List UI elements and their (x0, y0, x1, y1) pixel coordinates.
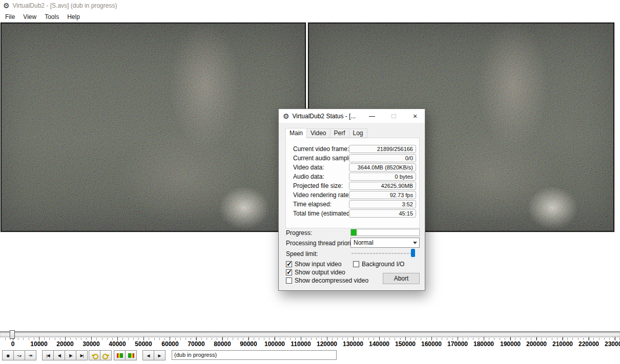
menubar: File View Tools Help (0, 11, 620, 23)
go-end-button[interactable]: ▶| (76, 350, 88, 360)
stat-label: Projected file size: (293, 182, 343, 190)
frame-label: 20000 (56, 340, 73, 348)
stop-button[interactable]: ■ (2, 350, 14, 360)
stat-value: 0/0 (349, 154, 416, 162)
menu-help[interactable]: Help (63, 12, 84, 22)
priority-value: Normal (351, 239, 411, 246)
step-back-button[interactable]: ◀| (53, 350, 65, 360)
status-dialog: ⚙ VirtualDub2 Status - [... — × Main Vid… (278, 109, 425, 291)
background-io-option[interactable]: Background I/O (353, 261, 404, 268)
menu-file[interactable]: File (1, 12, 19, 22)
frame-label: 30000 (82, 340, 99, 348)
tab-log[interactable]: Log (349, 129, 367, 138)
mark-group: ◄ ► (142, 350, 165, 360)
tab-perf[interactable]: Perf (330, 129, 349, 138)
priority-dropdown[interactable]: Normal (350, 238, 420, 248)
frame-label: 120000 (317, 340, 337, 348)
show-decompressed-video-checkbox[interactable] (286, 277, 292, 284)
dialog-title: VirtualDub2 Status - [... (293, 113, 356, 120)
stop-icon: ■ (6, 353, 9, 358)
frame-label: 100000 (264, 340, 285, 348)
stat-value: 3:52 (349, 200, 416, 208)
stat-row-audio-data: Audio data: 0 bytes (286, 173, 419, 181)
frame-label: 230000 (605, 340, 620, 348)
option-label: Background I/O (362, 261, 404, 268)
progress-label: Progress: (286, 229, 312, 237)
play-output-icon: ↠ (28, 353, 32, 358)
step-forward-button[interactable]: |▶ (65, 350, 76, 360)
speed-limit-slider-handle[interactable] (411, 249, 415, 257)
stat-row-video-data: Video data: 3644.0MB (8520KB/s) (286, 163, 419, 172)
stat-value: 42625.90MB (349, 182, 416, 190)
stat-label: Total time (estimated): (293, 209, 354, 218)
mark-in-button[interactable]: ◄ (142, 350, 154, 360)
step-group: |◀ ◀| |▶ ▶| (42, 350, 87, 360)
option-label: Show decompressed video (295, 277, 368, 284)
frame-label: 210000 (552, 340, 573, 348)
playback-group: ■ ↝ ↠ (2, 350, 36, 360)
speed-limit-label: Speed limit: (286, 250, 318, 258)
frame-label: 140000 (369, 340, 389, 348)
status-text-field: (dub in progress) (172, 350, 337, 360)
frame-label: 80000 (214, 340, 231, 348)
frame-label: 220000 (578, 340, 599, 348)
input-video-pane (1, 23, 306, 232)
show-decompressed-video-option[interactable]: Show decompressed video (286, 277, 368, 284)
background-io-checkbox[interactable] (353, 261, 359, 267)
close-button[interactable]: × (404, 109, 426, 123)
play-output-button[interactable]: ↠ (25, 350, 36, 360)
tab-main[interactable]: Main (285, 128, 307, 138)
show-output-video-checkbox[interactable] (286, 269, 292, 275)
frame-label: 10000 (30, 340, 47, 348)
scene-reverse-icon (117, 353, 123, 358)
go-start-icon: |◀ (46, 353, 49, 358)
prev-keyframe-button[interactable] (89, 350, 100, 360)
next-scene-button[interactable] (125, 350, 137, 360)
play-input-button[interactable]: ↝ (13, 350, 25, 360)
stat-value: 0 bytes (349, 173, 416, 181)
keyframe-group (89, 350, 111, 360)
frame-label: 90000 (240, 340, 257, 348)
frame-label: 190000 (500, 340, 521, 348)
app-title: VirtualDub2 - [S.avs] (dub in progress) (13, 2, 117, 9)
stat-row-video-rendering-rate: Video rendering rate: 92.73 fps (286, 191, 419, 199)
go-end-icon: ▶| (80, 353, 83, 358)
app-titlebar[interactable]: ⚙ VirtualDub2 - [S.avs] (dub in progress… (0, 0, 620, 11)
show-input-video-option[interactable]: Show input video (286, 261, 341, 268)
prev-scene-button[interactable] (114, 350, 126, 360)
mark-out-button[interactable]: ► (154, 350, 166, 360)
tab-video[interactable]: Video (307, 129, 330, 138)
stat-label: Current audio sample: (293, 154, 354, 162)
next-keyframe-button[interactable] (100, 350, 112, 360)
progress-bar (350, 229, 420, 236)
frame-label: 50000 (135, 340, 152, 348)
chevron-down-icon (411, 242, 419, 244)
stat-label: Audio data: (293, 173, 324, 181)
speed-limit-slider-track[interactable] (352, 253, 414, 254)
frame-label: 170000 (447, 340, 468, 348)
show-input-video-checkbox[interactable] (286, 261, 292, 267)
frame-label: 160000 (421, 340, 442, 348)
frame-label: 40000 (109, 340, 126, 348)
minimize-button[interactable]: — (361, 109, 383, 123)
stat-label: Current video frame: (293, 145, 349, 153)
frame-label: 70000 (188, 340, 204, 348)
maximize-button[interactable] (383, 109, 404, 123)
key-icon (102, 353, 110, 358)
menu-tools[interactable]: Tools (40, 12, 63, 22)
position-slider-thumb[interactable] (10, 330, 15, 339)
abort-button[interactable]: Abort (383, 273, 420, 284)
frame-label: 60000 (161, 340, 178, 348)
show-output-video-option[interactable]: Show output video (286, 269, 345, 276)
step-back-icon: ◀| (57, 353, 60, 358)
mark-in-icon: ◄ (146, 353, 151, 358)
dialog-titlebar[interactable]: ⚙ VirtualDub2 Status - [... — × (279, 109, 425, 123)
timeline-major-ticks (0, 337, 620, 340)
play-input-icon: ↝ (17, 353, 21, 358)
stat-value: 3644.0MB (8520KB/s) (349, 163, 416, 172)
menu-view[interactable]: View (19, 12, 40, 22)
go-start-button[interactable]: |◀ (42, 350, 54, 360)
frame-label: 0 (11, 340, 15, 348)
stat-label: Video rendering rate: (293, 191, 350, 199)
stat-row-total-time: Total time (estimated): 45:15 (286, 209, 419, 218)
